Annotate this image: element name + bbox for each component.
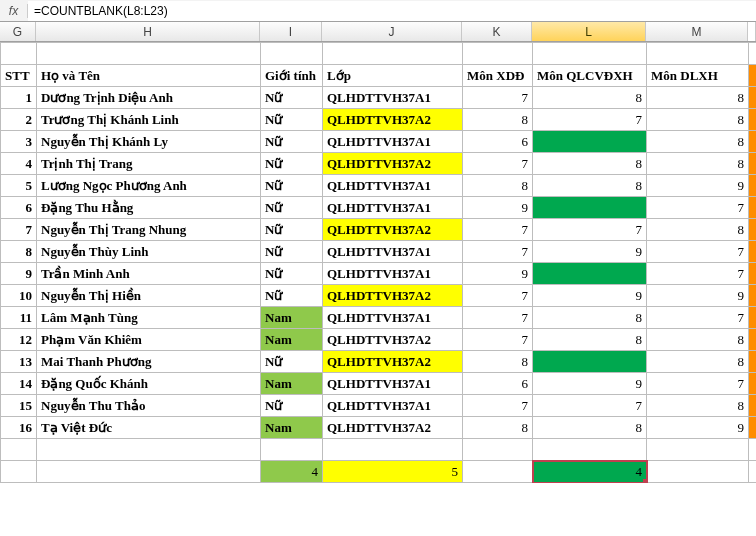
cell[interactable]: 6 — [463, 131, 533, 153]
cell[interactable]: Nữ — [261, 351, 323, 373]
cell[interactable]: 7 — [647, 307, 749, 329]
table-row[interactable]: 13Mai Thanh PhươngNữQLHDTTVH37A288 — [1, 351, 757, 373]
cell[interactable]: 13 — [1, 351, 37, 373]
cell-edge[interactable] — [749, 241, 757, 263]
cell[interactable]: 7 — [533, 219, 647, 241]
cell[interactable] — [1, 43, 37, 65]
cell[interactable]: 8 — [533, 87, 647, 109]
cell[interactable]: 6 — [463, 373, 533, 395]
cell[interactable] — [533, 351, 647, 373]
cell[interactable]: 7 — [647, 263, 749, 285]
cell[interactable]: 8 — [647, 109, 749, 131]
cell[interactable]: 7 — [463, 395, 533, 417]
cell[interactable]: 4 — [1, 153, 37, 175]
cell[interactable] — [323, 43, 463, 65]
cell[interactable]: 9 — [463, 263, 533, 285]
cell[interactable]: 11 — [1, 307, 37, 329]
table-row[interactable]: 10Nguyễn Thị HiềnNữQLHDTTVH37A2799 — [1, 285, 757, 307]
cell[interactable]: Trương Thị Khánh Linh — [37, 109, 261, 131]
cell[interactable]: 9 — [647, 175, 749, 197]
cell-edge[interactable] — [749, 417, 757, 439]
cell[interactable]: Nữ — [261, 175, 323, 197]
cell[interactable]: 8 — [533, 329, 647, 351]
cell[interactable]: QLHDTTVH37A2 — [323, 351, 463, 373]
cell-edge[interactable] — [749, 285, 757, 307]
cell[interactable]: QLHDTTVH37A2 — [323, 329, 463, 351]
table-header-row[interactable]: STT Họ và Tên Giới tính Lớp Môn XDĐ Môn … — [1, 65, 757, 87]
cell[interactable]: 9 — [463, 197, 533, 219]
cell[interactable]: 7 — [463, 153, 533, 175]
summary-i[interactable]: 4 — [261, 461, 323, 483]
cell-edge[interactable] — [749, 439, 757, 461]
cell-edge[interactable] — [749, 153, 757, 175]
summary-l[interactable]: 4 — [533, 461, 647, 483]
cell-edge[interactable] — [749, 109, 757, 131]
cell[interactable] — [37, 43, 261, 65]
cell[interactable]: Nguyễn Thu Thảo — [37, 395, 261, 417]
cell-edge[interactable] — [749, 461, 757, 483]
cell[interactable]: Nữ — [261, 109, 323, 131]
summary-row[interactable]: 4 5 4 — [1, 461, 757, 483]
header-ho-ten[interactable]: Họ và Tên — [37, 65, 261, 87]
cell[interactable]: Nữ — [261, 219, 323, 241]
cell[interactable]: 8 — [463, 351, 533, 373]
cell[interactable]: 7 — [463, 329, 533, 351]
col-header-k[interactable]: K — [462, 22, 532, 41]
cell[interactable]: 9 — [533, 241, 647, 263]
cell[interactable]: QLHDTTVH37A1 — [323, 373, 463, 395]
table-row[interactable]: 9Trần Minh AnhNữQLHDTTVH37A197 — [1, 263, 757, 285]
cell[interactable] — [261, 43, 323, 65]
col-header-j[interactable]: J — [322, 22, 462, 41]
cell[interactable]: Nữ — [261, 131, 323, 153]
cell[interactable]: 7 — [463, 87, 533, 109]
cell-edge[interactable] — [749, 395, 757, 417]
cell[interactable]: Nữ — [261, 241, 323, 263]
cell[interactable]: QLHDTTVH37A2 — [323, 219, 463, 241]
cell[interactable]: 7 — [647, 241, 749, 263]
cell[interactable]: 8 — [1, 241, 37, 263]
formula-input[interactable] — [28, 1, 756, 21]
cell[interactable]: 2 — [1, 109, 37, 131]
cell[interactable]: 8 — [647, 131, 749, 153]
col-header-i[interactable]: I — [260, 22, 322, 41]
cell[interactable] — [1, 461, 37, 483]
table-row[interactable]: 16Tạ Việt ĐứcNamQLHDTTVH37A2889 — [1, 417, 757, 439]
cell[interactable]: Nữ — [261, 395, 323, 417]
cell[interactable] — [463, 461, 533, 483]
cell[interactable]: QLHDTTVH37A2 — [323, 417, 463, 439]
cell-edge[interactable] — [749, 307, 757, 329]
cell[interactable]: 8 — [463, 175, 533, 197]
cell[interactable]: 8 — [647, 153, 749, 175]
cell[interactable] — [647, 439, 749, 461]
cell[interactable]: 9 — [533, 373, 647, 395]
cell[interactable]: Nam — [261, 373, 323, 395]
header-qlcvdxh[interactable]: Môn QLCVĐXH — [533, 65, 647, 87]
cell[interactable]: Nam — [261, 307, 323, 329]
cell[interactable]: 8 — [647, 395, 749, 417]
cell[interactable]: Nam — [261, 417, 323, 439]
cell[interactable] — [323, 439, 463, 461]
cell[interactable]: 8 — [647, 329, 749, 351]
cell[interactable]: Trịnh Thị Trang — [37, 153, 261, 175]
cell[interactable]: 7 — [1, 219, 37, 241]
cell[interactable]: Nữ — [261, 263, 323, 285]
cell[interactable]: 16 — [1, 417, 37, 439]
cell-edge[interactable] — [749, 351, 757, 373]
cell[interactable]: 8 — [533, 307, 647, 329]
cell[interactable]: Trần Minh Anh — [37, 263, 261, 285]
cell[interactable]: 3 — [1, 131, 37, 153]
cell[interactable]: Dương Trịnh Diệu Anh — [37, 87, 261, 109]
table-row[interactable] — [1, 43, 757, 65]
cell[interactable] — [647, 461, 749, 483]
cell[interactable]: Nữ — [261, 197, 323, 219]
cell[interactable]: 12 — [1, 329, 37, 351]
cell-edge[interactable] — [749, 219, 757, 241]
cell[interactable]: 9 — [1, 263, 37, 285]
cell[interactable]: QLHDTTVH37A2 — [323, 285, 463, 307]
summary-j[interactable]: 5 — [323, 461, 463, 483]
cell-edge[interactable] — [749, 197, 757, 219]
spreadsheet-grid[interactable]: STT Họ và Tên Giới tính Lớp Môn XDĐ Môn … — [0, 42, 756, 483]
cell[interactable]: Đặng Thu Hằng — [37, 197, 261, 219]
cell[interactable] — [533, 43, 647, 65]
cell-edge[interactable] — [749, 373, 757, 395]
